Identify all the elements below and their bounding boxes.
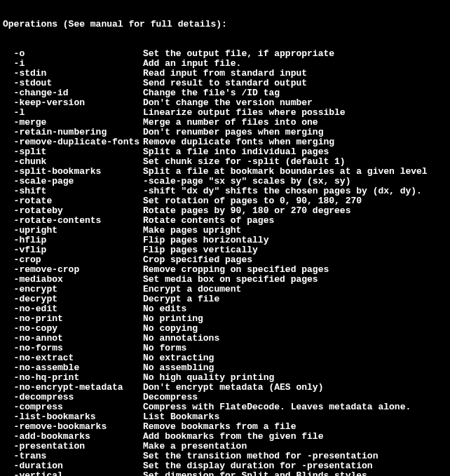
option-description: No edits: [143, 304, 186, 314]
option-description: Rotate contents of pages: [143, 216, 274, 226]
option-description: Split a file into individual pages: [143, 147, 329, 157]
option-flag: -merge: [3, 118, 143, 128]
option-row: -retain-numberingDon't renumber pages wh…: [3, 128, 447, 137]
option-row: -shift-shift "dx dy" shifts the chosen p…: [3, 186, 447, 196]
option-flag: -keep-version: [3, 98, 143, 108]
option-description: No printing: [143, 314, 203, 324]
option-flag: -remove-crop: [3, 265, 143, 275]
option-description: Flip pages vertically: [143, 245, 258, 255]
header-line: Operations (See manual for full details)…: [3, 20, 447, 29]
option-description: Decrypt a file: [143, 294, 219, 304]
option-description: Linearize output files where possible: [143, 108, 346, 118]
option-description: Merge a number of files into one: [143, 118, 318, 128]
option-description: No forms: [143, 344, 186, 353]
option-description: Don't encrypt metadata (AES only): [143, 383, 323, 393]
option-description: Flip pages horizontally: [143, 236, 268, 245]
option-row: -stdoutSend result to standard output: [3, 79, 447, 88]
option-row: -verticalSet dimension for Split and Bli…: [3, 471, 447, 476]
option-description: Set chunk size for -split (default 1): [143, 157, 346, 167]
option-description: -shift "dx dy" shifts the chosen pages b…: [143, 186, 422, 196]
option-flag: -upright: [3, 226, 143, 236]
option-description: -scale-page "sx sy" scales by (sx, sy): [143, 177, 350, 186]
option-row: -no-copyNo copying: [3, 324, 447, 334]
option-flag: -compress: [3, 402, 143, 412]
option-description: Add bookmarks from the given file: [143, 432, 323, 442]
option-description: Set dimension for Split and Blinds style…: [143, 471, 367, 476]
option-row: -rotatebyRotate pages by 90, 180 or 270 …: [3, 206, 447, 216]
option-flag: -shift: [3, 186, 143, 196]
option-row: -uprightMake pages upright: [3, 226, 447, 236]
option-row: -hflipFlip pages horizontally: [3, 236, 447, 245]
option-flag: -presentation: [3, 442, 143, 451]
option-row: -split-bookmarksSplit a file at bookmark…: [3, 167, 447, 177]
option-row: -decryptDecrypt a file: [3, 294, 447, 304]
option-description: No annotations: [143, 334, 219, 344]
option-flag: -stdout: [3, 79, 143, 88]
option-row: -splitSplit a file into individual pages: [3, 147, 447, 157]
option-flag: -decrypt: [3, 294, 143, 304]
option-row: -mediaboxSet media box on specified page…: [3, 275, 447, 285]
option-description: Compress with FlateDecode. Leaves metada…: [143, 402, 411, 412]
option-description: Set the transition method for -presentat…: [143, 451, 378, 461]
option-row: -no-encrypt-metadataDon't encrypt metada…: [3, 383, 447, 393]
option-description: Make pages upright: [143, 226, 241, 236]
option-row: -rotateSet rotation of pages to 0, 90, 1…: [3, 196, 447, 206]
option-flag: -hflip: [3, 236, 143, 245]
option-row: -encryptEncrypt a document: [3, 285, 447, 294]
option-description: Send result to standard output: [143, 79, 307, 88]
option-flag: -duration: [3, 461, 143, 471]
option-row: -change-idChange the file's /ID tag: [3, 88, 447, 98]
option-flag: -decompress: [3, 393, 143, 402]
option-row: -transSet the transition method for -pre…: [3, 451, 447, 461]
option-flag: -o: [3, 49, 143, 59]
option-flag: -no-assemble: [3, 363, 143, 373]
option-row: -no-formsNo forms: [3, 344, 447, 353]
option-flag: -list-bookmarks: [3, 412, 143, 422]
option-flag: -no-edit: [3, 304, 143, 314]
option-flag: -change-id: [3, 88, 143, 98]
option-row: -presentationMake a presentation: [3, 442, 447, 451]
option-description: Make a presentation: [143, 442, 247, 451]
option-row: -no-annotNo annotations: [3, 334, 447, 344]
option-description: Split a file at bookmark boundaries at a…: [143, 167, 428, 177]
option-row: -no-printNo printing: [3, 314, 447, 324]
option-row: -scale-page-scale-page "sx sy" scales by…: [3, 177, 447, 186]
option-flag: -crop: [3, 255, 143, 265]
option-row: -no-hq-printNo high quality printing: [3, 373, 447, 383]
option-flag: -chunk: [3, 157, 143, 167]
option-row: -rotate-contentsRotate contents of pages: [3, 216, 447, 226]
option-description: Change the file's /ID tag: [143, 88, 280, 98]
option-row: -chunkSet chunk size for -split (default…: [3, 157, 447, 167]
option-flag: -mediabox: [3, 275, 143, 285]
option-flag: -no-extract: [3, 353, 143, 363]
option-description: Rotate pages by 90, 180 or 270 degrees: [143, 206, 350, 216]
option-flag: -vertical: [3, 471, 143, 476]
option-description: Crop specified pages: [143, 255, 252, 265]
option-flag: -retain-numbering: [3, 128, 143, 137]
option-flag: -rotate: [3, 196, 143, 206]
option-description: Remove bookmarks from a file: [143, 422, 296, 432]
option-description: Encrypt a document: [143, 285, 241, 294]
option-row: -stdinRead input from standard input: [3, 69, 447, 79]
option-description: Remove cropping on specified pages: [143, 265, 329, 275]
option-row: -keep-versionDon't change the version nu…: [3, 98, 447, 108]
option-flag: -rotateby: [3, 206, 143, 216]
option-flag: -split-bookmarks: [3, 167, 143, 177]
option-description: Set media box on specified pages: [143, 275, 318, 285]
option-row: -decompressDecompress: [3, 393, 447, 402]
option-row: -vflipFlip pages vertically: [3, 245, 447, 255]
option-row: -no-assembleNo assembling: [3, 363, 447, 373]
option-flag: -split: [3, 147, 143, 157]
options-list: -oSet the output file, if appropriate -i…: [3, 49, 447, 476]
option-row: -remove-bookmarksRemove bookmarks from a…: [3, 422, 447, 432]
option-flag: -encrypt: [3, 285, 143, 294]
option-description: Remove duplicate fonts when merging: [143, 137, 334, 147]
option-flag: -remove-duplicate-fonts: [3, 137, 143, 147]
option-row: -mergeMerge a number of files into one: [3, 118, 447, 128]
option-flag: -add-bookmarks: [3, 432, 143, 442]
option-row: -durationSet the display duration for -p…: [3, 461, 447, 471]
option-flag: -trans: [3, 451, 143, 461]
option-flag: -no-hq-print: [3, 373, 143, 383]
option-flag: -rotate-contents: [3, 216, 143, 226]
option-flag: -vflip: [3, 245, 143, 255]
